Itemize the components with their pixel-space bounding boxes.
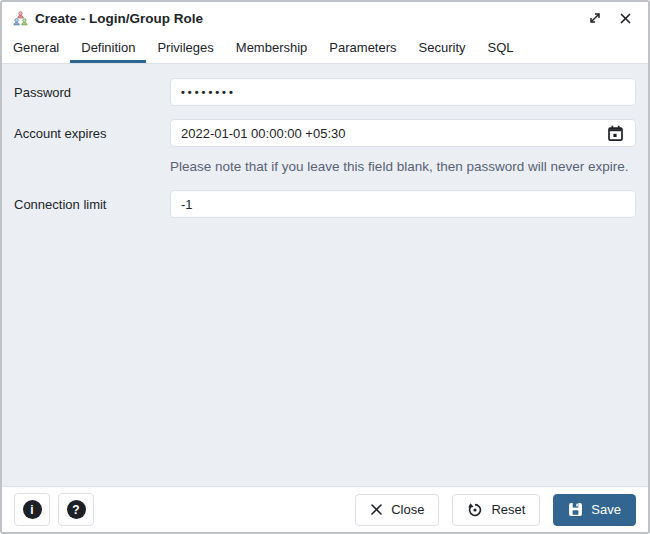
info-button[interactable]: i [14,493,50,526]
dialog-tabbar: General Definition Privileges Membership… [2,34,648,64]
password-row: Password •••••••• [14,78,636,106]
reset-icon [467,502,483,518]
help-button[interactable]: ? [58,493,94,526]
reset-button-label: Reset [491,502,525,517]
login-group-role-icon [12,11,29,26]
create-login-group-role-dialog: Create - Login/Group Role General Defini… [0,0,650,534]
help-icon: ? [67,500,86,519]
close-x-icon [370,503,383,516]
password-label: Password [14,85,170,100]
calendar-icon[interactable] [606,124,625,143]
tab-general[interactable]: General [2,34,70,63]
definition-panel: Password •••••••• Account expires 2022-0… [2,64,648,486]
save-button[interactable]: Save [553,494,636,526]
account-expires-row: Account expires 2022-01-01 00:00:00 +05:… [14,119,636,147]
connection-limit-value: -1 [181,197,193,212]
account-expires-value: 2022-01-01 00:00:00 +05:30 [181,126,345,141]
dialog-footer: i ? Close Reset [2,486,648,532]
tab-membership[interactable]: Membership [225,34,319,63]
tab-sql[interactable]: SQL [477,34,525,63]
close-button[interactable]: Close [355,494,439,526]
tab-definition[interactable]: Definition [70,34,146,63]
dialog-title: Create - Login/Group Role [35,11,203,26]
password-expiry-note-row: Please note that if you leave this field… [14,155,636,178]
close-button-label: Close [391,502,424,517]
save-floppy-icon [568,502,583,517]
tab-privileges[interactable]: Privileges [146,34,224,63]
account-expires-input[interactable]: 2022-01-01 00:00:00 +05:30 [170,119,636,147]
close-icon[interactable] [614,7,636,29]
maximize-icon[interactable] [584,7,606,29]
connection-limit-label: Connection limit [14,197,170,212]
save-button-label: Save [591,502,621,517]
password-value: •••••••• [181,86,236,98]
reset-button[interactable]: Reset [452,494,540,526]
password-input[interactable]: •••••••• [170,78,636,106]
connection-limit-input[interactable]: -1 [170,190,636,218]
tab-parameters[interactable]: Parameters [318,34,407,63]
account-expires-label: Account expires [14,126,170,141]
tab-security[interactable]: Security [408,34,477,63]
info-icon: i [23,500,42,519]
connection-limit-row: Connection limit -1 [14,190,636,218]
password-expiry-note: Please note that if you leave this field… [170,155,636,178]
dialog-titlebar: Create - Login/Group Role [2,2,648,34]
